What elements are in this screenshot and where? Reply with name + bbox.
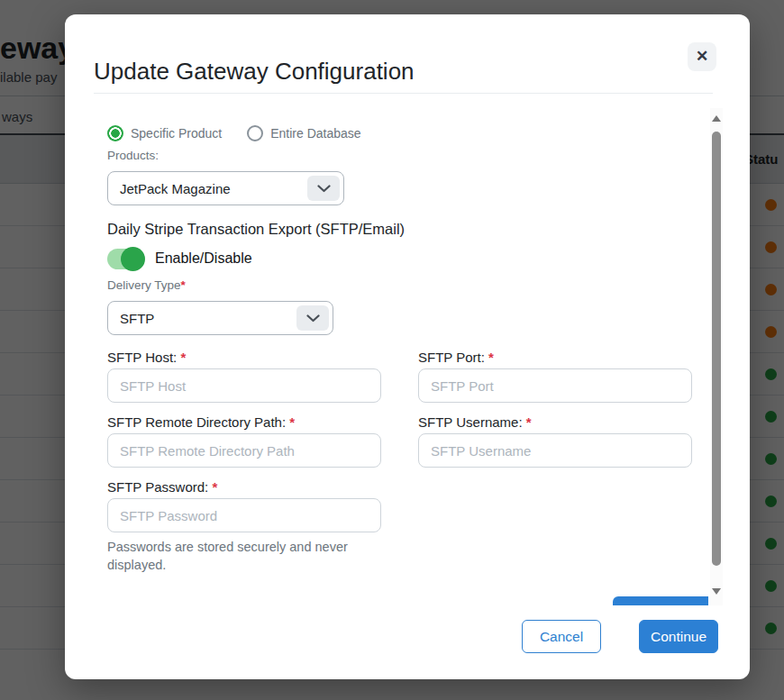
toggle-knob (121, 247, 145, 271)
cancel-button[interactable]: Cancel (522, 620, 601, 653)
view-test-file-button[interactable]: View Test File (613, 596, 708, 605)
sftp-host-input[interactable] (107, 368, 381, 403)
sftp-remote-directory-field: SFTP Remote Directory Path: * (107, 414, 381, 468)
sftp-password-input[interactable] (107, 498, 381, 532)
sftp-username-label: SFTP Username: * (418, 414, 692, 430)
sftp-password-field: SFTP Password: * (107, 479, 381, 532)
delivery-type-select[interactable]: SFTP (107, 301, 333, 335)
sftp-username-input[interactable] (418, 433, 692, 468)
sftp-fields-grid: SFTP Host: * SFTP Port: * SFTP Remote Di… (107, 350, 694, 532)
enable-toggle-row: Enable/Disable (107, 246, 694, 271)
products-label: Products: (107, 149, 694, 162)
scrollbar-thumb[interactable] (712, 132, 721, 566)
scope-radio-specific-product[interactable] (107, 125, 123, 141)
sftp-host-label: SFTP Host: * (107, 350, 381, 365)
sftp-password-label: SFTP Password: * (107, 479, 381, 495)
password-note: Passwords are stored securely and never … (107, 538, 360, 574)
sftp-port-input[interactable] (418, 368, 692, 403)
update-gateway-configuration-modal: Update Gateway Configuration ✕ Specific … (65, 14, 750, 679)
delivery-type-label: Delivery Type* (107, 278, 694, 292)
products-select[interactable]: JetPack Magazine (107, 171, 344, 205)
scope-radio-label[interactable]: Entire Database (270, 126, 360, 141)
delivery-type-value: SFTP (120, 311, 154, 326)
required-asterisk: * (181, 278, 186, 292)
sftp-port-field: SFTP Port: * (418, 350, 692, 403)
sftp-remote-directory-input[interactable] (107, 433, 381, 468)
sftp-username-field: SFTP Username: * (418, 414, 692, 468)
products-select-value: JetPack Magazine (120, 181, 231, 196)
close-icon[interactable]: ✕ (688, 42, 716, 71)
scope-radio-label[interactable]: Specific Product (131, 126, 222, 141)
section-heading: Daily Stripe Transaction Export (SFTP/Em… (107, 221, 694, 238)
modal-scrollbar[interactable] (710, 108, 723, 605)
scroll-up-icon[interactable] (712, 115, 721, 122)
chevron-down-icon[interactable] (296, 305, 329, 331)
required-asterisk: * (526, 414, 532, 430)
scope-radio-group: Specific Product Entire Database (107, 125, 694, 141)
required-asterisk: * (212, 479, 217, 495)
sftp-host-field: SFTP Host: * (107, 350, 381, 403)
continue-button[interactable]: Continue (639, 620, 718, 653)
modal-title: Update Gateway Configuration (94, 58, 415, 86)
enable-toggle[interactable] (107, 249, 143, 269)
chevron-down-icon[interactable] (307, 176, 340, 201)
required-asterisk: * (289, 414, 295, 430)
modal-footer: Cancel Continue (65, 620, 750, 653)
sftp-remote-directory-label: SFTP Remote Directory Path: * (107, 414, 381, 430)
scope-radio-entire-database[interactable] (247, 125, 263, 141)
enable-toggle-label: Enable/Disable (155, 250, 252, 267)
sftp-port-label: SFTP Port: * (418, 350, 692, 365)
modal-scroll-area: Specific Product Entire Database Product… (65, 108, 708, 605)
required-asterisk: * (180, 350, 186, 365)
scroll-down-icon[interactable] (712, 588, 721, 595)
required-asterisk: * (488, 350, 494, 365)
modal-header-divider (94, 93, 713, 94)
